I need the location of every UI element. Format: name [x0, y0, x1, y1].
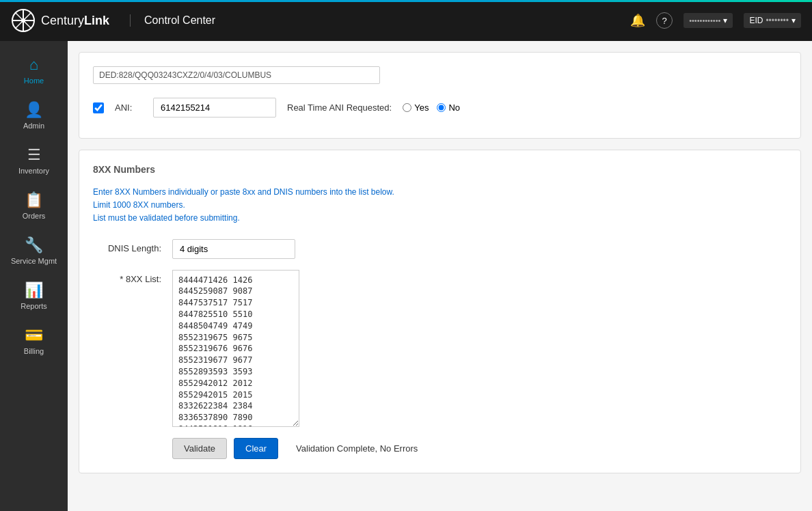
list-field-row: * 8XX List:: [93, 270, 787, 427]
sidebar-item-billing[interactable]: 💳 Billing: [0, 318, 68, 363]
orders-icon: 📋: [25, 191, 43, 209]
radio-yes-option[interactable]: Yes: [403, 102, 429, 113]
validate-button[interactable]: Validate: [172, 438, 227, 459]
radio-group: Yes No: [403, 102, 460, 113]
sidebar-label-orders: Orders: [23, 212, 46, 220]
ded-input[interactable]: [93, 66, 380, 84]
chevron-down-icon: ▾: [723, 16, 727, 25]
eightxx-card: 8XX Numbers Enter 8XX Numbers individual…: [79, 150, 801, 473]
sidebar-item-inventory[interactable]: ☰ Inventory: [0, 138, 68, 183]
progress-bar: [0, 0, 812, 2]
sidebar-item-service-mgmt[interactable]: 🔧 Service Mgmt: [0, 228, 68, 273]
user-menu[interactable]: •••••••••••• ▾: [684, 13, 733, 28]
radio-no-label: No: [448, 102, 460, 113]
sidebar-item-admin[interactable]: 👤 Admin: [0, 93, 68, 138]
reports-icon: 📊: [25, 281, 43, 299]
svg-point-5: [21, 18, 25, 23]
radio-yes-input[interactable]: [403, 103, 411, 112]
eid-label: EID: [749, 16, 763, 25]
radio-yes-label: Yes: [414, 102, 429, 113]
validation-message: Validation Complete, No Errors: [296, 443, 418, 454]
content-area: ANI: Real Time ANI Requested: Yes No 8XX…: [68, 41, 812, 511]
top-navigation: CenturyLink Control Center 🔔 ? •••••••••…: [0, 0, 812, 41]
nav-right: 🔔 ? •••••••••••• ▾ EID •••••••• ▾: [630, 12, 801, 29]
ded-row: [93, 66, 787, 84]
ani-checkbox[interactable]: [93, 102, 104, 113]
admin-icon: 👤: [25, 101, 43, 119]
eid-chevron-icon: ▾: [791, 16, 796, 25]
bell-icon[interactable]: 🔔: [630, 13, 645, 28]
sidebar-item-home[interactable]: ⌂ Home: [0, 48, 68, 93]
ani-row: ANI: Real Time ANI Requested: Yes No: [93, 91, 787, 124]
clear-button[interactable]: Clear: [234, 438, 278, 459]
dnis-label: DNIS Length:: [93, 239, 161, 253]
ani-card: ANI: Real Time ANI Requested: Yes No: [79, 52, 801, 139]
home-icon: ⌂: [29, 56, 38, 74]
sidebar-label-home: Home: [24, 77, 44, 85]
main-layout: ⌂ Home 👤 Admin ☰ Inventory 📋 Orders 🔧 Se…: [0, 41, 812, 511]
dnis-field-row: DNIS Length:: [93, 239, 787, 259]
desc-line-1: Enter 8XX Numbers individually or paste …: [93, 186, 787, 199]
user-email: ••••••••••••: [689, 16, 720, 25]
section-desc: Enter 8XX Numbers individually or paste …: [93, 186, 787, 225]
ani-input[interactable]: [153, 98, 276, 118]
inventory-icon: ☰: [27, 146, 41, 164]
centurylink-logo-icon: [11, 8, 36, 33]
sidebar-label-billing: Billing: [24, 347, 44, 355]
eightxx-list-textarea[interactable]: [172, 270, 299, 427]
radio-no-input[interactable]: [437, 103, 446, 112]
eid-value: ••••••••: [766, 16, 789, 25]
eid-menu[interactable]: EID •••••••• ▾: [744, 13, 801, 28]
sidebar: ⌂ Home 👤 Admin ☰ Inventory 📋 Orders 🔧 Se…: [0, 41, 68, 511]
logo-text-bold: Link: [84, 14, 109, 28]
list-label: * 8XX List:: [93, 270, 161, 284]
button-row: Validate Clear Validation Complete, No E…: [172, 438, 787, 459]
sidebar-label-service-mgmt: Service Mgmt: [11, 257, 57, 265]
logo-text-light: Century: [41, 14, 84, 28]
sidebar-label-inventory: Inventory: [18, 167, 49, 175]
app-title: Control Center: [130, 14, 215, 27]
desc-line-2: Limit 1000 8XX numbers.: [93, 199, 787, 212]
sidebar-item-orders[interactable]: 📋 Orders: [0, 183, 68, 228]
logo: CenturyLink: [11, 8, 109, 33]
real-time-label: Real Time ANI Requested:: [287, 102, 392, 113]
help-icon[interactable]: ?: [656, 12, 673, 29]
sidebar-label-admin: Admin: [23, 122, 44, 130]
sidebar-item-reports[interactable]: 📊 Reports: [0, 273, 68, 318]
service-mgmt-icon: 🔧: [25, 236, 43, 254]
radio-no-option[interactable]: No: [437, 102, 460, 113]
billing-icon: 💳: [25, 327, 43, 344]
ani-label: ANI:: [115, 102, 142, 113]
sidebar-label-reports: Reports: [21, 302, 47, 310]
desc-line-3: List must be validated before submitting…: [93, 212, 787, 225]
dnis-input[interactable]: [172, 239, 295, 259]
section-title: 8XX Numbers: [93, 164, 787, 175]
